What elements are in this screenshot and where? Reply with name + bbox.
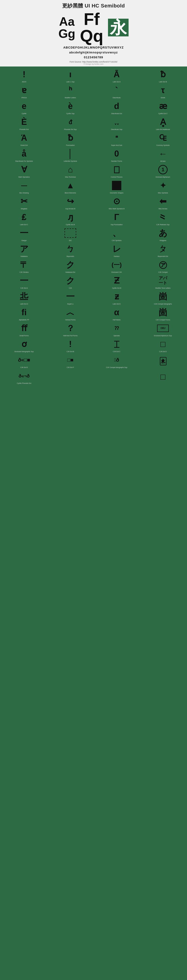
glyph-display: ₤ [2,211,47,223]
glyph-display: ク [48,275,93,287]
glyph-display: ᵭ [48,116,93,128]
cell-latinextd: 丠 Latin Ext D [1,290,47,305]
cell-modifiertone: アパ一ト Modifier Tone Letters [140,274,186,290]
cell-label: Diacriticals For Symbols [2,160,47,162]
glyph-display: □ [140,338,185,350]
cell-label: Geometric Shapes [94,192,139,194]
grid-row: ɐ IPA Ext ʰ Modifier Letters ` Diacritic… [1,83,186,99]
glyph-display: 崮 [140,306,185,318]
cell-cjkexta: 一 CJK Ext A [1,274,47,290]
cell-label: Number Forms [94,160,139,162]
cell-label: Misc Symbols [140,192,185,194]
glyph-display: 丠 [2,291,47,302]
cell-label: Greek Ext [2,145,47,146]
grid-row: ﬀ Small Forms ？ Half And Full Forms ⁇ Sp… [1,321,186,337]
cell-label: Currency Symbols [140,145,185,146]
cell-label: Enclosed Alphanum Sup [140,335,185,337]
font-source: Font Source: http://www.fontke.com/font/… [4,60,183,63]
cell-latinexte: ƶ Latin Ext E [94,290,140,305]
cell-label: CJK Symbols [94,240,139,242]
cell-greek: τ Greek [140,83,186,99]
glyph-display: ﬁ [2,306,47,318]
cell-label: Cyrillic Ext B [94,287,139,289]
grid-row: ﬁ Alphabetic PF ︿ Vertical Forms α Half … [1,305,186,321]
cell-blockelements: ▲ Block Elements [47,178,94,194]
cell-halfandfullforms: ？ Half And Full Forms [47,321,94,337]
grid-row: ð«□■ CJK Ext E □■ CJK Ext F 𫝀ð CJK Compa… [1,353,186,369]
cell-label: CJK Compat [140,271,185,273]
dashed-box-glyph [64,228,76,238]
cell-cjkcompatideographssup: 𫝀ð CJK Compat Ideographs Sup [94,353,140,369]
cell-cjkextd: □ CJK Ext D [140,337,186,353]
glyph-display: ︿ [48,306,93,318]
cell-label: Letterlike Symbols [48,160,93,162]
glyph-display: ❝ [94,132,139,144]
glyph-display: ! [48,338,93,350]
cell-label: CJK Strokes [2,271,47,273]
cell-label: Dingbats [2,208,47,210]
cell-label: Enclosed Ideographic Sup [2,351,47,353]
cell-kayahli: 一 Kayah Li [47,290,94,305]
cell-latinextc: ₤ Latin Ext C [1,210,47,226]
glyph-display: ㄆ [140,243,185,255]
cell-diacriticalsext: d Diacriticals Ext [94,99,140,115]
cell-enclosedcjk: (一) Enclosed CJK [94,258,140,274]
cell-label: Block Elements [48,192,93,194]
glyph-display: ⺀ [140,211,185,223]
cell-label: Sup Punctuation [94,224,139,226]
grid-row: 一 CJK Ext A ク CJK Ƶ Cyrillic Ext B アパ一ト … [1,274,186,290]
glyph-display: ƀ [140,68,185,81]
glyph-display: ⌂ [48,164,93,176]
grid-row: ア Katakana ㄅ Bopomofo レ Kanbun ㄆ Bopomof… [1,242,186,258]
cell-label: Math Operators [2,176,47,178]
grid-row: ₤ Latin Ext C ԓ Cyrillic Ext A Γ Sup Pun… [1,210,186,226]
glyph-display: ѐ [48,100,93,112]
glyph-display: ﬀ [2,322,47,334]
cell-hiragana: あ Hiragana [140,226,186,242]
glyph-display: ↪ [48,195,93,207]
cell-label: Katakana Ext [48,271,93,273]
cell-label: Enclosed Alphanum [140,176,185,178]
cell-empty2 [94,369,140,385]
cell-katakana: ア Katakana [1,242,47,258]
cell-mathoperators: ∀ Math Operators [1,162,47,178]
glyph-display: ⎕ [94,164,139,176]
cell-cyrillicextb: Ƶ Cyrillic Ext B [94,274,140,290]
cell-label: IPA Ext [2,97,47,99]
grid-row: 〒 CJK Strokes ク Katakana Ext (一) Enclose… [1,258,186,274]
cell-superandsub: ❝ Super And Sub [94,131,140,147]
cell-label: CJK Compat Ideographs [140,303,185,305]
cell-bopomofo: ㄅ Bopomofo [47,242,94,258]
glyph-display: ㋐ [140,259,185,271]
cell-latinextb: ƀ Latin Ext B [140,67,186,83]
specimen-latin-fq: FfQq [80,11,103,45]
cell-label: Latin Ext D [2,303,47,305]
cell-enclosedalphanumsup: OBJ Enclosed Alphanum Sup [140,321,186,337]
cell-label: Half And Full Forms [48,335,93,337]
grid-row: ✂ Dingbats ↪ Sup Arrows B ⊙ Misc Math Sy… [1,194,186,210]
cell-label: Cyrillic Ext C [140,113,185,115]
glyph-display: ₠ [140,132,185,144]
grid-row: 丠 Latin Ext D 一 Kayah Li ƶ Latin Ext E 崮… [1,290,186,305]
cell-enclosedideographicsup: ơ Enclosed Ideographic Sup [1,337,47,353]
cell-label: Diacriticals [94,97,139,99]
cell-phoneticext: È Phonetic Ext [1,115,47,131]
glyph-display: ɐ [2,84,47,96]
glyph-display: ㄅ [48,243,93,255]
cell-label: IDC [48,240,93,242]
cell-label: Greek [140,97,185,99]
glyph-display [94,370,139,384]
cell-katakanaext: ク Katakana Ext [47,258,94,274]
cell-label: CJK Ext B [48,351,93,353]
cell-cyrillic: е Cyrillic [1,99,47,115]
cell-label: CJK Compat Ideographs Sup [94,367,139,368]
cell-cjkcompatideographs: 崮 CJK Compat Ideographs [140,290,186,305]
alphabet-display: ABCDEFGHIJKLMNOPQRSTUVWXYZ abcdefghijklm… [4,45,183,60]
cell-label: Cyrillic Ext A [48,224,93,226]
cell-label: Diacriticals Sup [94,129,139,130]
cell-cjkextf: □■ CJK Ext F [47,353,94,369]
cell-empty3: □ [140,369,186,385]
glyph-display: 〒 [2,259,47,271]
glyph-display: あ [140,227,185,239]
circle-one-glyph: 1 [158,165,168,174]
